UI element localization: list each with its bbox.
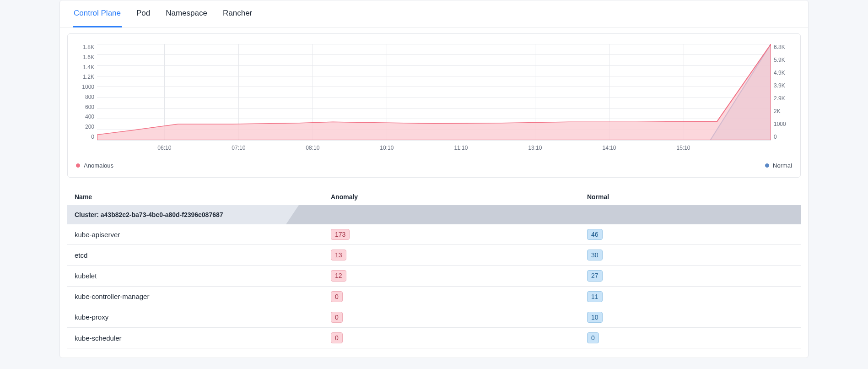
main-card: Control Plane Pod Namespace Rancher 1.8K…: [59, 0, 809, 358]
table-row[interactable]: etcd1330: [67, 245, 801, 266]
anomaly-badge: 13: [331, 250, 346, 260]
y-right-tick: 2K: [774, 108, 792, 114]
tab-pod[interactable]: Pod: [135, 0, 151, 27]
group-label-prefix: Cluster:: [75, 211, 101, 218]
x-tick: 08:10: [306, 145, 319, 151]
y-axis-right: 6.8K5.9K4.9K3.9K2.9K2K10000: [771, 44, 792, 140]
y-left-tick: 1.2K: [76, 74, 94, 80]
group-header[interactable]: Cluster: a43b82c2-ba73-4bc0-a80d-f2396c0…: [67, 205, 801, 224]
y-right-tick: 6.8K: [774, 44, 792, 50]
x-tick: 15:10: [676, 145, 690, 151]
col-header-name[interactable]: Name: [75, 193, 331, 201]
anomaly-badge: 0: [331, 332, 343, 343]
table-row[interactable]: kubelet1227: [67, 266, 801, 286]
normal-badge: 27: [587, 270, 603, 281]
y-left-tick: 200: [76, 124, 94, 130]
legend-anomalous-label: Anomalous: [84, 162, 113, 169]
tab-namespace[interactable]: Namespace: [165, 0, 208, 27]
y-left-tick: 400: [76, 114, 94, 120]
y-right-tick: 4.9K: [774, 70, 792, 76]
legend-normal-label: Normal: [773, 162, 792, 169]
dot-icon: [765, 163, 769, 168]
x-axis: 06:1007:1008:1010:1011:1013:1014:1015:10: [97, 145, 771, 154]
row-name: etcd: [75, 251, 331, 259]
table-row[interactable]: kube-controller-manager011: [67, 287, 801, 307]
normal-badge: 11: [587, 291, 603, 302]
anomaly-badge: 0: [331, 291, 343, 302]
x-tick: 14:10: [602, 145, 616, 151]
table-row[interactable]: kube-scheduler00: [67, 328, 801, 348]
tab-rancher[interactable]: Rancher: [222, 0, 253, 27]
x-tick: 07:10: [232, 145, 245, 151]
breakdown-table: Name Anomaly Normal Cluster: a43b82c2-ba…: [60, 189, 808, 358]
y-left-tick: 1.8K: [76, 44, 94, 50]
y-left-tick: 600: [76, 104, 94, 110]
x-tick: 11:10: [454, 145, 468, 151]
anomaly-badge: 0: [331, 312, 343, 323]
tab-control-plane[interactable]: Control Plane: [73, 0, 122, 27]
group-label-id: a43b82c2-ba73-4bc0-a80d-f2396c087687: [101, 211, 223, 218]
col-header-anomaly[interactable]: Anomaly: [331, 193, 587, 201]
x-tick: 10:10: [380, 145, 394, 151]
y-axis-left: 1.8K1.6K1.4K1.2K10008006004002000: [76, 44, 97, 140]
y-right-tick: 5.9K: [774, 57, 792, 63]
chart-panel: 1.8K1.6K1.4K1.2K10008006004002000 06:100…: [67, 33, 801, 178]
col-header-normal[interactable]: Normal: [587, 193, 801, 201]
y-left-tick: 1000: [76, 84, 94, 90]
tabs-bar: Control Plane Pod Namespace Rancher: [60, 0, 808, 27]
normal-badge: 30: [587, 250, 603, 260]
y-left-tick: 0: [76, 134, 94, 140]
y-left-tick: 1.4K: [76, 64, 94, 71]
y-right-tick: 0: [774, 134, 792, 140]
anomaly-badge: 173: [331, 229, 350, 240]
row-name: kube-controller-manager: [75, 293, 331, 300]
normal-badge: 46: [587, 229, 603, 240]
chart-plot[interactable]: [97, 44, 771, 140]
normal-badge: 0: [587, 332, 599, 343]
y-left-tick: 1.6K: [76, 54, 94, 60]
y-right-tick: 2.9K: [774, 95, 792, 102]
row-name: kube-apiserver: [75, 231, 331, 239]
normal-badge: 10: [587, 312, 603, 323]
row-name: kube-proxy: [75, 313, 331, 321]
legend-anomalous[interactable]: Anomalous: [76, 162, 113, 169]
y-right-tick: 1000: [774, 121, 792, 127]
table-row[interactable]: kube-apiserver17346: [67, 224, 801, 245]
anomaly-badge: 12: [331, 270, 346, 281]
row-name: kubelet: [75, 272, 331, 280]
y-left-tick: 800: [76, 94, 94, 100]
table-row[interactable]: kube-proxy010: [67, 307, 801, 328]
dot-icon: [76, 163, 80, 168]
legend-normal[interactable]: Normal: [765, 162, 792, 169]
y-right-tick: 3.9K: [774, 82, 792, 89]
x-tick: 06:10: [157, 145, 171, 151]
row-name: kube-scheduler: [75, 334, 331, 342]
x-tick: 13:10: [528, 145, 542, 151]
